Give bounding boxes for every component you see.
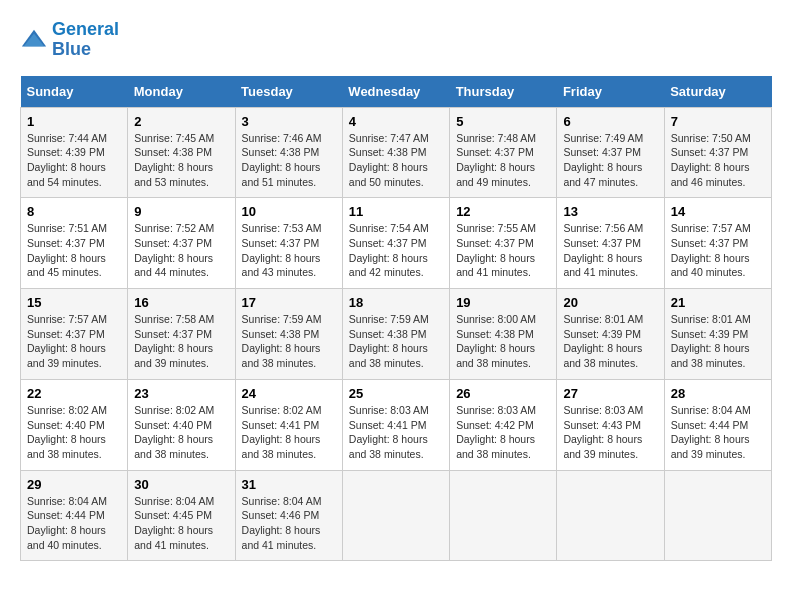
day-number: 5 (456, 114, 550, 129)
calendar-cell: 16Sunrise: 7:58 AMSunset: 4:37 PMDayligh… (128, 289, 235, 380)
calendar-cell: 7Sunrise: 7:50 AMSunset: 4:37 PMDaylight… (664, 107, 771, 198)
day-number: 8 (27, 204, 121, 219)
day-number: 22 (27, 386, 121, 401)
calendar-cell: 5Sunrise: 7:48 AMSunset: 4:37 PMDaylight… (450, 107, 557, 198)
day-number: 23 (134, 386, 228, 401)
calendar-cell: 27Sunrise: 8:03 AMSunset: 4:43 PMDayligh… (557, 379, 664, 470)
calendar-cell: 15Sunrise: 7:57 AMSunset: 4:37 PMDayligh… (21, 289, 128, 380)
day-number: 25 (349, 386, 443, 401)
calendar-cell: 4Sunrise: 7:47 AMSunset: 4:38 PMDaylight… (342, 107, 449, 198)
cell-info: Sunrise: 8:02 AMSunset: 4:40 PMDaylight:… (134, 403, 228, 462)
calendar-week-row: 8Sunrise: 7:51 AMSunset: 4:37 PMDaylight… (21, 198, 772, 289)
calendar-cell: 22Sunrise: 8:02 AMSunset: 4:40 PMDayligh… (21, 379, 128, 470)
day-number: 26 (456, 386, 550, 401)
day-number: 15 (27, 295, 121, 310)
weekday-header: Sunday (21, 76, 128, 108)
calendar-cell: 28Sunrise: 8:04 AMSunset: 4:44 PMDayligh… (664, 379, 771, 470)
calendar-table: SundayMondayTuesdayWednesdayThursdayFrid… (20, 76, 772, 562)
calendar-cell: 3Sunrise: 7:46 AMSunset: 4:38 PMDaylight… (235, 107, 342, 198)
day-number: 20 (563, 295, 657, 310)
cell-info: Sunrise: 7:57 AMSunset: 4:37 PMDaylight:… (671, 221, 765, 280)
day-number: 18 (349, 295, 443, 310)
calendar-week-row: 15Sunrise: 7:57 AMSunset: 4:37 PMDayligh… (21, 289, 772, 380)
day-number: 31 (242, 477, 336, 492)
cell-info: Sunrise: 8:04 AMSunset: 4:44 PMDaylight:… (671, 403, 765, 462)
calendar-week-row: 29Sunrise: 8:04 AMSunset: 4:44 PMDayligh… (21, 470, 772, 561)
day-number: 21 (671, 295, 765, 310)
cell-info: Sunrise: 8:04 AMSunset: 4:45 PMDaylight:… (134, 494, 228, 553)
calendar-cell: 18Sunrise: 7:59 AMSunset: 4:38 PMDayligh… (342, 289, 449, 380)
day-number: 3 (242, 114, 336, 129)
cell-info: Sunrise: 8:02 AMSunset: 4:41 PMDaylight:… (242, 403, 336, 462)
cell-info: Sunrise: 7:57 AMSunset: 4:37 PMDaylight:… (27, 312, 121, 371)
cell-info: Sunrise: 7:56 AMSunset: 4:37 PMDaylight:… (563, 221, 657, 280)
calendar-body: 1Sunrise: 7:44 AMSunset: 4:39 PMDaylight… (21, 107, 772, 561)
day-number: 4 (349, 114, 443, 129)
cell-info: Sunrise: 8:03 AMSunset: 4:43 PMDaylight:… (563, 403, 657, 462)
calendar-cell: 20Sunrise: 8:01 AMSunset: 4:39 PMDayligh… (557, 289, 664, 380)
calendar-cell (450, 470, 557, 561)
day-number: 19 (456, 295, 550, 310)
cell-info: Sunrise: 7:49 AMSunset: 4:37 PMDaylight:… (563, 131, 657, 190)
calendar-cell: 11Sunrise: 7:54 AMSunset: 4:37 PMDayligh… (342, 198, 449, 289)
day-number: 29 (27, 477, 121, 492)
cell-info: Sunrise: 7:51 AMSunset: 4:37 PMDaylight:… (27, 221, 121, 280)
day-number: 17 (242, 295, 336, 310)
day-number: 14 (671, 204, 765, 219)
calendar-cell: 25Sunrise: 8:03 AMSunset: 4:41 PMDayligh… (342, 379, 449, 470)
cell-info: Sunrise: 8:03 AMSunset: 4:42 PMDaylight:… (456, 403, 550, 462)
calendar-header: SundayMondayTuesdayWednesdayThursdayFrid… (21, 76, 772, 108)
calendar-cell (557, 470, 664, 561)
weekday-header: Saturday (664, 76, 771, 108)
weekday-header: Wednesday (342, 76, 449, 108)
weekday-header: Friday (557, 76, 664, 108)
weekday-header: Thursday (450, 76, 557, 108)
cell-info: Sunrise: 8:04 AMSunset: 4:46 PMDaylight:… (242, 494, 336, 553)
cell-info: Sunrise: 8:02 AMSunset: 4:40 PMDaylight:… (27, 403, 121, 462)
day-number: 30 (134, 477, 228, 492)
day-number: 16 (134, 295, 228, 310)
cell-info: Sunrise: 8:01 AMSunset: 4:39 PMDaylight:… (671, 312, 765, 371)
day-number: 2 (134, 114, 228, 129)
day-number: 1 (27, 114, 121, 129)
calendar-cell: 14Sunrise: 7:57 AMSunset: 4:37 PMDayligh… (664, 198, 771, 289)
cell-info: Sunrise: 7:53 AMSunset: 4:37 PMDaylight:… (242, 221, 336, 280)
day-number: 24 (242, 386, 336, 401)
calendar-cell: 26Sunrise: 8:03 AMSunset: 4:42 PMDayligh… (450, 379, 557, 470)
cell-info: Sunrise: 7:45 AMSunset: 4:38 PMDaylight:… (134, 131, 228, 190)
weekday-header: Monday (128, 76, 235, 108)
cell-info: Sunrise: 8:00 AMSunset: 4:38 PMDaylight:… (456, 312, 550, 371)
calendar-cell (664, 470, 771, 561)
logo-icon (20, 26, 48, 54)
cell-info: Sunrise: 7:50 AMSunset: 4:37 PMDaylight:… (671, 131, 765, 190)
calendar-cell: 1Sunrise: 7:44 AMSunset: 4:39 PMDaylight… (21, 107, 128, 198)
day-number: 10 (242, 204, 336, 219)
calendar-cell: 2Sunrise: 7:45 AMSunset: 4:38 PMDaylight… (128, 107, 235, 198)
calendar-cell (342, 470, 449, 561)
calendar-cell: 12Sunrise: 7:55 AMSunset: 4:37 PMDayligh… (450, 198, 557, 289)
day-number: 13 (563, 204, 657, 219)
calendar-cell: 31Sunrise: 8:04 AMSunset: 4:46 PMDayligh… (235, 470, 342, 561)
logo: General Blue (20, 20, 119, 60)
calendar-cell: 23Sunrise: 8:02 AMSunset: 4:40 PMDayligh… (128, 379, 235, 470)
cell-info: Sunrise: 7:52 AMSunset: 4:37 PMDaylight:… (134, 221, 228, 280)
calendar-cell: 24Sunrise: 8:02 AMSunset: 4:41 PMDayligh… (235, 379, 342, 470)
weekday-header: Tuesday (235, 76, 342, 108)
cell-info: Sunrise: 7:55 AMSunset: 4:37 PMDaylight:… (456, 221, 550, 280)
calendar-week-row: 1Sunrise: 7:44 AMSunset: 4:39 PMDaylight… (21, 107, 772, 198)
cell-info: Sunrise: 7:59 AMSunset: 4:38 PMDaylight:… (349, 312, 443, 371)
calendar-cell: 13Sunrise: 7:56 AMSunset: 4:37 PMDayligh… (557, 198, 664, 289)
cell-info: Sunrise: 7:59 AMSunset: 4:38 PMDaylight:… (242, 312, 336, 371)
cell-info: Sunrise: 7:58 AMSunset: 4:37 PMDaylight:… (134, 312, 228, 371)
calendar-cell: 10Sunrise: 7:53 AMSunset: 4:37 PMDayligh… (235, 198, 342, 289)
calendar-cell: 30Sunrise: 8:04 AMSunset: 4:45 PMDayligh… (128, 470, 235, 561)
cell-info: Sunrise: 7:54 AMSunset: 4:37 PMDaylight:… (349, 221, 443, 280)
cell-info: Sunrise: 7:44 AMSunset: 4:39 PMDaylight:… (27, 131, 121, 190)
calendar-cell: 8Sunrise: 7:51 AMSunset: 4:37 PMDaylight… (21, 198, 128, 289)
calendar-cell: 9Sunrise: 7:52 AMSunset: 4:37 PMDaylight… (128, 198, 235, 289)
page-header: General Blue (20, 20, 772, 60)
calendar-week-row: 22Sunrise: 8:02 AMSunset: 4:40 PMDayligh… (21, 379, 772, 470)
day-number: 11 (349, 204, 443, 219)
logo-text: General Blue (52, 20, 119, 60)
calendar-cell: 6Sunrise: 7:49 AMSunset: 4:37 PMDaylight… (557, 107, 664, 198)
